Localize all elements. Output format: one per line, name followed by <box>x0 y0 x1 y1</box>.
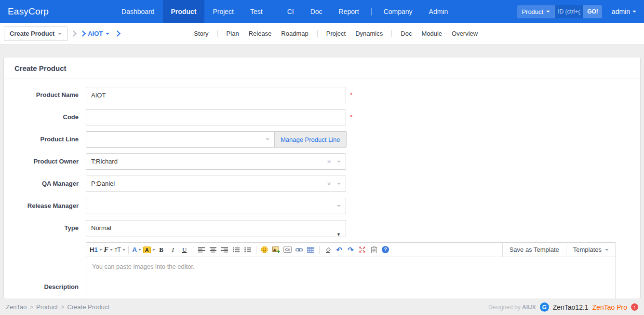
release-manager-label: Release Manager <box>4 198 79 214</box>
product-owner-picker[interactable]: T:Richard × <box>86 153 346 170</box>
text-color-icon[interactable]: A <box>132 244 142 256</box>
product-owner-value: T:Richard <box>91 158 118 165</box>
toolbar-divider <box>256 246 256 254</box>
subnav-doc[interactable]: Doc <box>396 23 416 44</box>
footer-link-create-product[interactable]: Create Product <box>67 303 109 311</box>
type-value: Normal <box>91 224 111 232</box>
qa-manager-label: QA Manager <box>4 176 79 192</box>
nav-ci[interactable]: CI <box>279 0 302 23</box>
templates-dropdown-button[interactable]: Templates <box>566 243 616 257</box>
nav-dashboard[interactable]: Dashboard <box>113 0 163 23</box>
editor-body[interactable]: You can paste images into the editor. <box>86 257 616 299</box>
underline-icon[interactable]: U <box>179 244 190 256</box>
font-size-icon[interactable]: тT <box>115 244 125 256</box>
bold-icon[interactable]: B <box>156 244 167 256</box>
create-product-panel: Create Product Product Name * Code * Pro… <box>3 57 641 299</box>
nav-project[interactable]: Project <box>204 0 242 23</box>
menubar: Create Product AIOT Story Plan Release R… <box>0 23 644 44</box>
footer-right: Designed by AIUX G ZenTao12.1 ZenTao Pro… <box>488 302 638 312</box>
user-menu[interactable]: admin <box>612 8 636 15</box>
emoji-icon[interactable] <box>259 244 270 256</box>
footer-link-product[interactable]: Product <box>36 303 58 311</box>
footer-link-zentao[interactable]: ZenTao <box>6 303 27 311</box>
nav-admin[interactable]: Admin <box>421 0 456 23</box>
search-scope-dropdown[interactable]: Product <box>517 5 554 18</box>
search-go-button[interactable]: GO! <box>583 5 602 18</box>
font-family-icon[interactable]: F <box>103 244 114 256</box>
required-asterisk: * <box>350 109 352 125</box>
link-icon[interactable] <box>294 244 305 256</box>
rich-text-editor: H1 F тT A A B I U <box>86 242 616 299</box>
zentao-version[interactable]: ZenTao12.1 <box>553 303 589 311</box>
type-select[interactable]: Normal ▼ <box>86 220 346 236</box>
chevron-down-icon <box>632 11 636 13</box>
brand-logo[interactable]: EasyCorp <box>0 0 56 23</box>
search-input[interactable] <box>554 5 583 18</box>
product-name-label: Product Name <box>4 87 79 103</box>
panel-title: Create Product <box>4 57 640 79</box>
product-name-input[interactable] <box>86 87 346 103</box>
form-row-type: Type Normal ▼ <box>4 220 640 236</box>
align-left-icon[interactable] <box>196 244 207 256</box>
save-as-template-button[interactable]: Save as Template <box>502 243 566 257</box>
nav-doc[interactable]: Doc <box>302 0 331 23</box>
fullscreen-icon[interactable] <box>357 244 368 256</box>
zentao-logo-icon[interactable]: G <box>540 302 549 312</box>
username: admin <box>612 8 630 15</box>
module-switcher[interactable]: Create Product <box>4 27 67 41</box>
help-icon[interactable]: ? <box>380 244 391 256</box>
nav-company[interactable]: Company <box>376 0 421 23</box>
module-switcher-label: Create Product <box>10 30 54 37</box>
subnav-module[interactable]: Module <box>416 23 447 44</box>
qa-manager-picker[interactable]: P:Daniel × <box>86 176 346 192</box>
type-label: Type <box>4 220 79 236</box>
nav-report[interactable]: Report <box>331 0 367 23</box>
create-product-form: Product Name * Code * Product Line Manag… <box>4 79 640 299</box>
clear-icon[interactable]: × <box>327 154 331 169</box>
clear-icon[interactable]: × <box>327 176 331 192</box>
chevron-right-icon <box>70 30 77 37</box>
subnav-release[interactable]: Release <box>244 23 277 44</box>
chevron-down-icon <box>546 11 550 13</box>
chevron-right-icon <box>80 30 86 37</box>
product-switcher[interactable]: AIOT <box>88 30 109 37</box>
redo-icon[interactable]: ↷ <box>346 244 356 256</box>
search-scope-label: Product <box>522 8 543 15</box>
highlight-color-icon[interactable]: A <box>143 244 155 256</box>
subnav-story[interactable]: Story <box>189 23 213 44</box>
global-search: Product GO! <box>517 5 602 18</box>
ordered-list-icon[interactable] <box>231 244 242 256</box>
align-right-icon[interactable] <box>219 244 230 256</box>
subnav-plan[interactable]: Plan <box>222 23 244 44</box>
subnav-divider <box>217 30 218 37</box>
source-code-icon[interactable] <box>369 244 379 256</box>
heading-icon[interactable]: H1 <box>90 244 102 256</box>
footer: ZenTao > Product > Create Product Design… <box>0 299 644 315</box>
align-center-icon[interactable] <box>208 244 218 256</box>
upgrade-badge-icon[interactable]: ↑ <box>631 303 638 311</box>
description-label: Description <box>4 283 79 291</box>
subnav-overview[interactable]: Overview <box>447 23 483 44</box>
nav-product[interactable]: Product <box>163 0 205 23</box>
product-line-label: Product Line <box>4 131 79 148</box>
product-line-select[interactable] <box>86 131 275 148</box>
italic-icon[interactable]: I <box>168 244 178 256</box>
chevron-down-icon <box>337 161 341 163</box>
zentao-pro-link[interactable]: ZenTao Pro <box>592 303 627 311</box>
nav-test[interactable]: Test <box>242 0 271 23</box>
table-icon[interactable] <box>306 244 316 256</box>
required-asterisk: * <box>350 87 352 103</box>
subnav-roadmap[interactable]: Roadmap <box>276 23 313 44</box>
release-manager-picker[interactable] <box>86 198 346 214</box>
templates-label: Templates <box>573 246 602 253</box>
insert-image-icon[interactable] <box>271 244 282 256</box>
qa-manager-value: P:Daniel <box>91 180 115 187</box>
subnav-dynamics[interactable]: Dynamics <box>350 23 388 44</box>
manage-product-line-button[interactable]: Manage Product Line <box>275 131 347 148</box>
code-input[interactable] <box>86 109 346 125</box>
subnav-project[interactable]: Project <box>322 23 350 44</box>
unordered-list-icon[interactable] <box>242 244 253 256</box>
code-snippet-icon[interactable]: C# <box>282 244 293 256</box>
undo-icon[interactable]: ↶ <box>334 244 345 256</box>
remove-format-icon[interactable] <box>322 244 333 256</box>
